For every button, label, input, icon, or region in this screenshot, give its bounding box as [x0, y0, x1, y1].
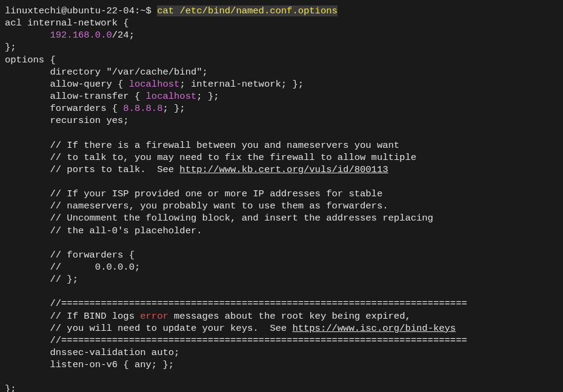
terminal-output: linuxtechi@ubuntu-22-04:~$ cat /etc/bind… [5, 5, 558, 392]
opt-listen: listen-on-v6 { any; }; [5, 359, 558, 371]
comment-3: // ports to talk. See http://www.kb.cert… [5, 164, 558, 176]
comment-9: // 0.0.0.0; [5, 261, 558, 273]
opt-directory: directory "/var/cache/bind"; [5, 66, 558, 78]
command-text: cat /etc/bind/named.conf.options [157, 5, 338, 16]
acl-ip: 192.168.0.0 [50, 30, 112, 41]
prompt-userhost: linuxtechi@ubuntu-22-04 [5, 5, 135, 16]
comment-10: // }; [5, 273, 558, 285]
opt-recursion: recursion yes; [5, 115, 558, 127]
forwarder-ip: 8.8.8.8 [123, 103, 162, 114]
opt-allow-query: allow-query { localhost; internal-networ… [5, 78, 558, 90]
comment-1: // If there is a firewall between you an… [5, 139, 558, 151]
prompt-line[interactable]: linuxtechi@ubuntu-22-04:~$ cat /etc/bind… [5, 5, 558, 17]
comment-6: // Uncomment the following block, and in… [5, 212, 558, 224]
opt-dnssec: dnssec-validation auto; [5, 347, 558, 359]
blank [5, 127, 558, 139]
prompt-path: ~ [140, 5, 145, 16]
blank5 [5, 371, 558, 383]
comment-8: // forwarders { [5, 249, 558, 261]
acl-network: 192.168.0.0/24; [5, 29, 558, 41]
acl-suffix: /24; [112, 30, 135, 41]
comment-4: // If your ISP provided one or more IP a… [5, 188, 558, 200]
separator-2: //======================================… [5, 334, 558, 347]
url-kbcert[interactable]: http://www.kb.cert.org/vuls/id/800113 [179, 164, 388, 175]
prompt-dollar: $ [146, 5, 158, 16]
comment-12: // you will need to update your keys. Se… [5, 322, 558, 334]
opt-forwarders: forwarders { 8.8.8.8; }; [5, 102, 558, 115]
prompt-sep: : [135, 5, 140, 16]
comment-5: // nameservers, you probably want to use… [5, 200, 558, 212]
blank3 [5, 237, 558, 249]
options-close: }; [5, 383, 558, 392]
error-word: error [140, 311, 168, 322]
acl-open: acl internal-network { [5, 17, 558, 29]
blank2 [5, 176, 558, 188]
acl-close: }; [5, 41, 558, 53]
url-isc[interactable]: https://www.isc.org/bind-keys [292, 323, 456, 334]
blank4 [5, 285, 558, 297]
separator-1: //======================================… [5, 297, 558, 310]
opt-allow-transfer: allow-transfer { localhost; }; [5, 90, 558, 102]
comment-7: // the all-0's placeholder. [5, 225, 558, 237]
options-open: options { [5, 54, 558, 66]
comment-2: // to talk to, you may need to fix the f… [5, 151, 558, 164]
comment-11: // If BIND logs error messages about the… [5, 310, 558, 322]
localhost-kw: localhost [129, 79, 180, 90]
localhost-kw2: localhost [146, 91, 197, 102]
